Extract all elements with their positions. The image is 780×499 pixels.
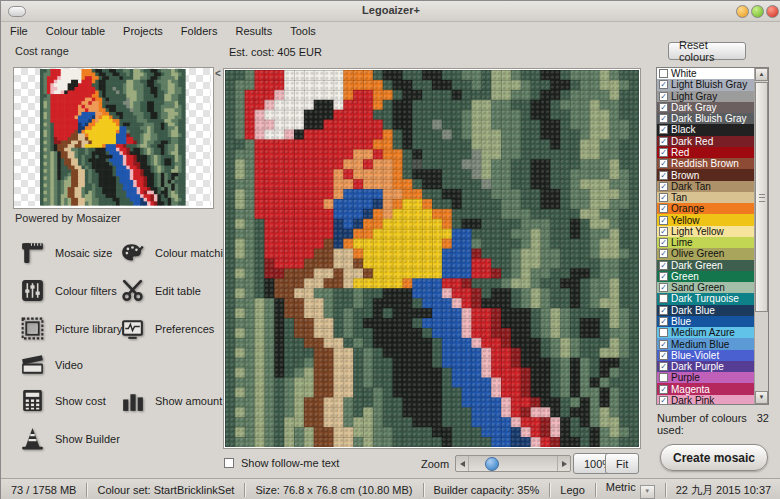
tool-colour-filters[interactable]: Colour filters	[19, 277, 117, 304]
colour-row-dark-tan[interactable]: ✓Dark Tan	[657, 181, 755, 192]
tool-picture-library[interactable]: Picture library	[19, 315, 122, 342]
colour-checkbox[interactable]: ✓	[659, 92, 668, 101]
colour-name: Blue-Violet	[671, 350, 719, 361]
units-dropdown-icon[interactable]: ▼	[640, 485, 655, 499]
reset-colours-button[interactable]: Reset colours	[668, 42, 746, 60]
zoom-in-arrow[interactable]	[557, 456, 570, 471]
colour-checkbox[interactable]: ✓	[659, 261, 668, 270]
colour-row-dark-blue[interactable]: ✓Dark Blue	[657, 305, 755, 316]
colour-row-tan[interactable]: ✓Tan	[657, 192, 755, 203]
colour-name: Dark Pink	[671, 395, 714, 405]
tool-show-builder[interactable]: Show Builder	[19, 425, 120, 452]
colour-row-sand-green[interactable]: ✓Sand Green	[657, 282, 755, 293]
colour-row-brown[interactable]: ✓Brown	[657, 169, 755, 180]
colour-row-dark-gray[interactable]: ✓Dark Gray	[657, 102, 755, 113]
menu-results[interactable]: Results	[227, 23, 282, 39]
colour-row-blue-violet[interactable]: ✓Blue-Violet	[657, 350, 755, 361]
colour-row-medium-azure[interactable]: Medium Azure	[657, 327, 755, 338]
collapse-panel-button[interactable]: <	[213, 67, 223, 81]
maximize-button[interactable]	[751, 5, 764, 18]
ruler-icon	[19, 239, 46, 266]
colour-row-white[interactable]: White	[657, 68, 755, 79]
colour-checkbox[interactable]: ✓	[659, 114, 668, 123]
colour-checkbox[interactable]: ✓	[659, 159, 668, 168]
colour-row-dark-pink[interactable]: ✓Dark Pink	[657, 395, 755, 405]
colour-row-medium-blue[interactable]: ✓Medium Blue	[657, 338, 755, 349]
colour-row-reddish-brown[interactable]: ✓Reddish Brown	[657, 158, 755, 169]
colour-checkbox[interactable]: ✓	[659, 148, 668, 157]
menu-projects[interactable]: Projects	[114, 23, 172, 39]
zoom-slider-thumb[interactable]	[485, 457, 499, 471]
colour-row-green[interactable]: ✓Green	[657, 271, 755, 282]
colour-checkbox[interactable]: ✓	[659, 351, 668, 360]
show-follow-me-checkbox[interactable]	[224, 458, 234, 468]
create-mosaic-button[interactable]: Create mosaic	[660, 444, 768, 471]
zoom-slider[interactable]	[455, 455, 571, 472]
colour-list-scrollbar[interactable]: ▲ ▼	[754, 68, 768, 404]
colour-row-dark-green[interactable]: ✓Dark Green	[657, 260, 755, 271]
colour-row-yellow[interactable]: ✓Yellow	[657, 214, 755, 225]
colour-checkbox[interactable]: ✓	[659, 306, 668, 315]
colour-checkbox[interactable]: ✓	[659, 80, 668, 89]
colour-checkbox[interactable]: ✓	[659, 182, 668, 191]
tool-preferences[interactable]: Preferences	[119, 315, 214, 342]
tool-edit-table[interactable]: Edit table	[119, 277, 201, 304]
colour-row-purple[interactable]: Purple	[657, 372, 755, 383]
colour-row-red[interactable]: ✓Red	[657, 147, 755, 158]
colour-checkbox[interactable]	[659, 69, 668, 78]
colour-checkbox[interactable]: ✓	[659, 193, 668, 202]
tool-video[interactable]: Video	[19, 351, 83, 378]
colour-row-blue[interactable]: ✓Blue	[657, 316, 755, 327]
colour-checkbox[interactable]: ✓	[659, 396, 668, 405]
zoom-fit-button[interactable]: Fit	[605, 453, 639, 474]
colour-checkbox[interactable]	[659, 328, 668, 337]
status-builder-capacity: Builder capacity: 35%	[424, 484, 550, 496]
colour-row-light-bluish-gray[interactable]: ✓Light Bluish Gray	[657, 79, 755, 90]
colour-checkbox[interactable]: ✓	[659, 204, 668, 213]
tool-show-cost[interactable]: Show cost	[19, 387, 106, 414]
colour-checkbox[interactable]: ✓	[659, 249, 668, 258]
colour-row-magenta[interactable]: ✓Magenta	[657, 383, 755, 394]
colour-checkbox[interactable]: ✓	[659, 340, 668, 349]
colour-checkbox[interactable]: ✓	[659, 137, 668, 146]
colour-row-dark-red[interactable]: ✓Dark Red	[657, 136, 755, 147]
lego-mosaic-image[interactable]	[225, 70, 639, 447]
minimize-button[interactable]	[736, 5, 749, 18]
scroll-up-arrow[interactable]: ▲	[755, 68, 768, 81]
colour-checkbox[interactable]	[659, 294, 668, 303]
menu-tools[interactable]: Tools	[281, 23, 325, 39]
colour-checkbox[interactable]: ✓	[659, 317, 668, 326]
colour-checkbox[interactable]: ✓	[659, 385, 668, 394]
scroll-down-arrow[interactable]: ▼	[755, 391, 768, 404]
tool-colour-matching[interactable]: Colour matching	[119, 239, 235, 266]
colour-checkbox[interactable]: ✓	[659, 227, 668, 236]
colour-row-light-yellow[interactable]: ✓Light Yellow	[657, 226, 755, 237]
colour-row-black[interactable]: ✓Black	[657, 124, 755, 135]
colour-checkbox[interactable]: ✓	[659, 125, 668, 134]
colour-checkbox[interactable]: ✓	[659, 216, 668, 225]
tool-show-amount[interactable]: Show amount	[119, 387, 222, 414]
colour-checkbox[interactable]: ✓	[659, 171, 668, 180]
menu-file[interactable]: File	[1, 23, 37, 39]
colour-row-dark-bluish-gray[interactable]: ✓Dark Bluish Gray	[657, 113, 755, 124]
colour-row-lime[interactable]: ✓Lime	[657, 237, 755, 248]
colour-row-light-gray[interactable]: ✓Light Gray	[657, 91, 755, 102]
colour-row-dark-purple[interactable]: ✓Dark Purple	[657, 361, 755, 372]
menu-colour-table[interactable]: Colour table	[37, 23, 114, 39]
colour-checkbox[interactable]: ✓	[659, 238, 668, 247]
colour-row-dark-turquoise[interactable]: Dark Turquoise	[657, 293, 755, 304]
colour-checkbox[interactable]: ✓	[659, 103, 668, 112]
colour-checkbox[interactable]: ✓	[659, 362, 668, 371]
colour-list[interactable]: White✓Light Bluish Gray✓Light Gray✓Dark …	[656, 67, 769, 405]
colour-row-orange[interactable]: ✓Orange	[657, 203, 755, 214]
close-button[interactable]	[766, 5, 779, 18]
zoom-out-arrow[interactable]	[456, 456, 469, 471]
colour-checkbox[interactable]: ✓	[659, 272, 668, 281]
tool-mosaic-size[interactable]: Mosaic size	[19, 239, 112, 266]
colour-checkbox[interactable]	[659, 373, 668, 382]
colour-checkbox[interactable]: ✓	[659, 283, 668, 292]
colour-row-olive-green[interactable]: ✓Olive Green	[657, 248, 755, 259]
menu-folders[interactable]: Folders	[172, 23, 227, 39]
status-units-select[interactable]: Metric▼	[596, 481, 665, 499]
scrollbar-thumb[interactable]	[755, 82, 768, 312]
